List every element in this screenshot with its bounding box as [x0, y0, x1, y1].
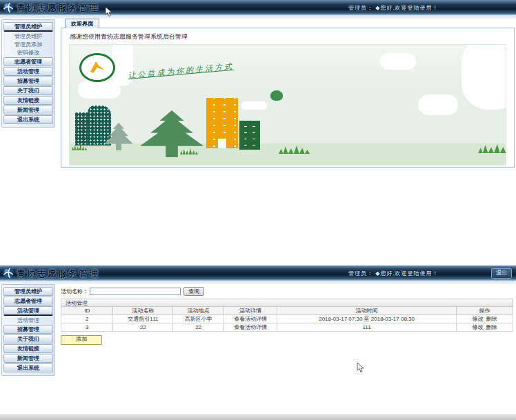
sidebar-item-links[interactable]: 友情链接: [3, 344, 53, 353]
table-title: 活动管理: [61, 299, 513, 306]
logo-icon: [3, 2, 14, 13]
sidebar-item-admin-maintenance[interactable]: 管理员维护: [3, 287, 53, 296]
edit-link[interactable]: 修改: [473, 324, 484, 330]
sidebar-item-volunteers[interactable]: 志愿者管理: [3, 57, 53, 66]
cell-activity-location: 22: [173, 323, 224, 332]
col-activity-name: 活动名称: [113, 307, 173, 315]
building-teal-rounded: [88, 106, 111, 146]
sidebar-item-volunteers[interactable]: 志愿者管理: [3, 297, 53, 306]
cloud-shape: [418, 94, 458, 115]
sidebar-item-about-us[interactable]: 关于我们: [3, 86, 53, 95]
welcome-content: 欢迎界面 感谢您使用青协志愿服务管理系统后台管理: [61, 19, 515, 168]
col-operations: 操作: [457, 307, 513, 315]
logout-button[interactable]: 退出: [491, 268, 512, 279]
cell-activity-time: 111: [277, 323, 457, 332]
add-button[interactable]: 添加: [61, 335, 102, 345]
view-detail-link[interactable]: 查看活动详情: [234, 324, 267, 330]
welcome-page: 青协志愿服务管理 管理员： ◆您好,欢迎登陆使用！ 管理员维护 管理员维护 管理…: [0, 0, 516, 266]
app-title: 青协志愿服务管理: [17, 2, 99, 14]
sidebar-item-news[interactable]: 新闻管理: [3, 106, 53, 114]
sidebar-subitem-admin-maintenance[interactable]: 管理员维护: [3, 32, 53, 40]
table-row: 3 22 22 查看活动详情 111 修改删除: [61, 323, 513, 332]
tree-round-small: [270, 90, 283, 101]
cell-activity-time: 2018-03-17 07:30 至 2018-03-17 08:30: [277, 315, 457, 323]
screenshot-canvas: 青协志愿服务管理 管理员： ◆您好,欢迎登陆使用！ 管理员维护 管理员维护 管理…: [0, 0, 516, 420]
cell-activity-detail: 查看活动详情: [224, 323, 277, 332]
bottom-gray-strip: [0, 414, 516, 420]
delete-link[interactable]: 删除: [486, 316, 497, 322]
sidebar-item-recruitment[interactable]: 招募管理: [3, 77, 53, 86]
building-green: [239, 121, 260, 150]
search-label: 活动名称：: [61, 288, 88, 295]
sidebar-subitem-activities[interactable]: 活动管理: [3, 317, 53, 324]
sidebar-item-links[interactable]: 友情链接: [3, 96, 53, 105]
sidebar-subitem-password-change[interactable]: 密码修改: [3, 49, 53, 57]
sidebar-subitem-admin-add[interactable]: 管理员添加: [3, 41, 53, 48]
cell-activity-name: 交通指引111: [113, 315, 173, 323]
banner-slogan: 让公益成为你的生活方式: [128, 52, 335, 81]
sidebar-top: 管理员维护 管理员维护 管理员添加 密码修改 志愿者管理 活动管理 招募管理 关…: [1, 19, 55, 128]
sidebar-item-about-us[interactable]: 关于我们: [3, 334, 53, 343]
welcome-panel: 感谢您使用青协志愿服务管理系统后台管理: [61, 28, 515, 168]
cell-operations: 修改删除: [457, 323, 513, 332]
sidebar-item-recruitment[interactable]: 招募管理: [3, 325, 53, 334]
cell-activity-name: 22: [113, 323, 173, 332]
cell-id: 3: [61, 323, 113, 332]
table-row: 2 交通指引111 高新区小学 查看活动详情 2018-03-17 07:30 …: [61, 315, 513, 323]
col-activity-time: 活动时间: [277, 307, 457, 315]
cloud-shape: [78, 81, 121, 99]
header-divider: [0, 281, 516, 284]
sidebar-bottom: 管理员维护 志愿者管理 活动管理 活动管理 招募管理 关于我们 友情链接 新闻管…: [1, 284, 55, 376]
cell-id: 2: [61, 315, 113, 323]
activity-management-page: 青协志愿服务管理 管理员： ◆您好,欢迎登陆使用！ 退出 管理员维护 志愿者管理…: [0, 266, 516, 420]
welcome-message: 感谢您使用青协志愿服务管理系统后台管理: [61, 28, 514, 44]
app-header: 青协志愿服务管理 管理员： ◆您好,欢迎登陆使用！ 退出: [0, 266, 516, 281]
table-header-row: ID 活动名称 活动地点 活动详情 活动时间 操作: [61, 307, 513, 315]
sidebar-item-exit[interactable]: 退出系统: [3, 363, 53, 372]
sidebar-item-news[interactable]: 新闻管理: [3, 354, 53, 363]
cloud-shape: [462, 44, 506, 110]
query-button[interactable]: 查询: [183, 287, 204, 296]
user-status-text: 管理员： ◆您好,欢迎登陆使用！: [348, 270, 439, 277]
col-id: ID: [61, 307, 113, 315]
app-title: 青协志愿服务管理: [17, 268, 99, 280]
sidebar-item-exit[interactable]: 退出系统: [3, 115, 53, 124]
logo-icon: [3, 268, 14, 279]
building-yellow: [206, 98, 238, 148]
app-header: 青协志愿服务管理 管理员： ◆您好,欢迎登陆使用！: [0, 0, 516, 15]
building-door: [218, 139, 226, 148]
cloud-shape: [241, 101, 267, 110]
cell-activity-detail: 查看活动详情: [224, 315, 277, 323]
delete-link[interactable]: 删除: [486, 324, 497, 330]
sidebar-item-admin-maintenance[interactable]: 管理员维护: [3, 22, 53, 32]
user-status-text: 管理员： ◆您好,欢迎登陆使用！: [348, 4, 439, 12]
banner-ground: [70, 143, 506, 165]
cell-operations: 修改删除: [457, 315, 513, 323]
banner-logo-icon: [79, 53, 115, 82]
cloud-shape: [380, 53, 416, 70]
sidebar-item-activities[interactable]: 活动管理: [3, 306, 53, 316]
edit-link[interactable]: 修改: [473, 316, 484, 322]
banner-illustration: 让公益成为你的生活方式: [69, 44, 506, 166]
sidebar-item-activities[interactable]: 活动管理: [3, 67, 53, 76]
cell-activity-location: 高新区小学: [173, 315, 224, 323]
activities-table: ID 活动名称 活动地点 活动详情 活动时间 操作 2 交通指引111 高新区小…: [61, 306, 513, 332]
view-detail-link[interactable]: 查看活动详情: [234, 316, 267, 322]
activity-search-bar: 活动名称： 查询: [61, 286, 513, 296]
col-activity-detail: 活动详情: [224, 307, 277, 315]
mouse-cursor: [357, 362, 365, 373]
activity-name-input[interactable]: [90, 288, 181, 295]
tab-welcome[interactable]: 欢迎界面: [65, 19, 99, 28]
activity-content: 活动名称： 查询 活动管理 ID 活动名称 活动地点 活动详情 活动时间: [61, 286, 513, 345]
col-activity-location: 活动地点: [173, 307, 224, 315]
